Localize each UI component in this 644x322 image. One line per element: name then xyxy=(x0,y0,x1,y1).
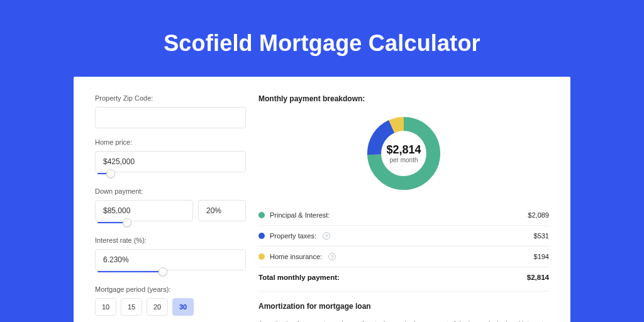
legend-row-home_insurance: Home insurance:?$194 xyxy=(258,246,549,267)
legend-row-principal_interest: Principal & Interest:$2,089 xyxy=(258,205,549,225)
donut-chart-wrap: $2,814 per month xyxy=(258,112,549,205)
period-field-group: Mortgage period (years): 10152030 xyxy=(95,286,246,316)
interest-slider[interactable] xyxy=(97,269,243,275)
amortization-body: Amortization for a mortgage loan refers … xyxy=(258,319,549,322)
interest-field-group: Interest rate (%): xyxy=(95,236,246,275)
calculator-card: Property Zip Code: Home price: Down paym… xyxy=(74,77,570,322)
period-option-15[interactable]: 15 xyxy=(121,298,142,316)
home-price-input[interactable] xyxy=(95,151,246,172)
legend-label: Property taxes: xyxy=(270,232,316,240)
page-title: Scofield Mortgage Calculator xyxy=(0,0,644,77)
inputs-column: Property Zip Code: Home price: Down paym… xyxy=(95,94,246,322)
legend-dot-icon xyxy=(258,253,265,260)
period-option-30[interactable]: 30 xyxy=(172,298,194,316)
down-payment-field-group: Down payment: xyxy=(95,187,246,226)
info-icon[interactable]: ? xyxy=(323,232,330,240)
down-payment-slider[interactable] xyxy=(97,220,196,226)
down-payment-label: Down payment: xyxy=(95,187,246,195)
legend-value: $531 xyxy=(534,232,549,240)
legend-value: $2,089 xyxy=(528,211,549,219)
down-payment-amount-input[interactable] xyxy=(95,200,193,221)
donut-chart: $2,814 per month xyxy=(365,114,443,192)
down-payment-pct-input[interactable] xyxy=(198,200,246,221)
period-option-10[interactable]: 10 xyxy=(95,298,116,316)
legend: Principal & Interest:$2,089Property taxe… xyxy=(258,205,549,267)
donut-amount: $2,814 xyxy=(386,143,421,157)
amortization-title: Amortization for mortgage loan xyxy=(258,302,549,311)
zip-input[interactable] xyxy=(95,107,246,128)
amortization-block: Amortization for mortgage loan Amortizat… xyxy=(258,291,549,322)
zip-field-group: Property Zip Code: xyxy=(95,94,246,128)
info-icon[interactable]: ? xyxy=(328,253,336,260)
legend-row-property_taxes: Property taxes:?$531 xyxy=(258,225,549,246)
legend-dot-icon xyxy=(258,212,265,218)
legend-label: Home insurance: xyxy=(270,253,322,260)
interest-input[interactable] xyxy=(95,249,246,270)
legend-dot-icon xyxy=(258,233,265,239)
total-value: $2,814 xyxy=(527,274,549,281)
breakdown-column: Monthly payment breakdown: $2,814 per mo… xyxy=(258,94,549,322)
zip-label: Property Zip Code: xyxy=(95,94,246,102)
legend-label: Principal & Interest: xyxy=(270,211,330,219)
home-price-field-group: Home price: xyxy=(95,138,246,177)
breakdown-title: Monthly payment breakdown: xyxy=(258,94,549,103)
home-price-label: Home price: xyxy=(95,138,246,146)
period-options: 10152030 xyxy=(95,298,246,316)
total-row: Total monthly payment: $2,814 xyxy=(258,267,549,291)
donut-sub: per month xyxy=(389,157,418,164)
interest-label: Interest rate (%): xyxy=(95,236,246,244)
legend-value: $194 xyxy=(534,253,549,260)
home-price-slider[interactable] xyxy=(97,171,243,177)
total-label: Total monthly payment: xyxy=(258,274,340,281)
period-label: Mortgage period (years): xyxy=(95,286,246,293)
period-option-20[interactable]: 20 xyxy=(147,298,168,316)
